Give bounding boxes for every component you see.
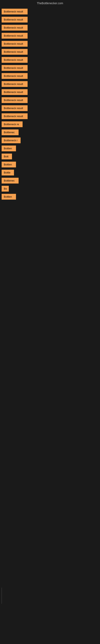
bottleneck-result-badge[interactable]: Bottlenec bbox=[1, 178, 19, 184]
list-item: Bottlen bbox=[0, 160, 100, 168]
site-title: TheBottlenecker.com bbox=[0, 0, 100, 6]
list-item: Bottleneck result bbox=[0, 48, 100, 56]
list-item: Bottleneck re bbox=[0, 120, 100, 128]
list-item: Bottleneck result bbox=[0, 80, 100, 88]
list-item: Bottleneck r bbox=[0, 136, 100, 144]
list-item: Bottleneck result bbox=[0, 56, 100, 64]
bottleneck-result-badge[interactable]: Bottle bbox=[1, 170, 14, 176]
list-item: Bottlen bbox=[0, 193, 100, 200]
bottleneck-result-badge[interactable]: Bottleneck result bbox=[1, 9, 28, 14]
bottleneck-result-badge[interactable]: Bottleneck result bbox=[1, 49, 28, 55]
bottleneck-result-badge[interactable]: Bottlen bbox=[1, 162, 16, 168]
bottleneck-result-badge[interactable]: Bottlen bbox=[1, 146, 16, 151]
bottleneck-result-badge[interactable]: Bottleneck result bbox=[1, 33, 28, 39]
bottleneck-result-badge[interactable]: Bottleneck result bbox=[1, 25, 28, 30]
list-item: Bottleneck result bbox=[0, 72, 100, 80]
list-item: Bottle bbox=[0, 169, 100, 176]
bottleneck-result-badge[interactable]: Bo bbox=[1, 186, 9, 192]
bottleneck-result-badge[interactable]: Bottleneck result bbox=[1, 57, 28, 63]
list-item: Bottleneck result bbox=[0, 16, 100, 23]
bottleneck-result-badge[interactable]: Bottleneck result bbox=[1, 65, 28, 71]
bottleneck-result-badge[interactable]: Bottleneck result bbox=[1, 73, 28, 79]
bottleneck-result-badge[interactable]: Bott bbox=[1, 154, 12, 160]
bottleneck-result-badge[interactable]: Bottleneck r bbox=[1, 138, 21, 143]
list-item: Bottlenec bbox=[0, 128, 100, 136]
bottleneck-result-badge[interactable]: Bottleneck result bbox=[1, 17, 28, 22]
bottleneck-result-badge[interactable]: Bottleneck result bbox=[1, 105, 28, 111]
list-item: Bottleneck result bbox=[0, 40, 100, 48]
list-item: Bo bbox=[0, 185, 100, 192]
list-item: Bottleneck result bbox=[0, 32, 100, 40]
bottleneck-result-badge[interactable]: Bottlen bbox=[1, 194, 16, 200]
vertical-line-decoration bbox=[1, 588, 2, 604]
list-item: Bottleneck result bbox=[0, 88, 100, 96]
list-item: Bottlenec bbox=[0, 177, 100, 184]
list-item: Bottleneck result bbox=[0, 8, 100, 15]
list-item: Bottleneck result bbox=[0, 64, 100, 72]
bottleneck-result-badge[interactable]: Bottleneck re bbox=[1, 121, 23, 127]
list-item: Bottlen bbox=[0, 144, 100, 152]
bottleneck-result-badge[interactable]: Bottleneck result bbox=[1, 41, 28, 47]
items-container: Bottleneck resultBottleneck resultBottle… bbox=[0, 6, 100, 202]
list-item: Bottleneck result bbox=[0, 112, 100, 120]
list-item: Bott bbox=[0, 152, 100, 160]
list-item: Bottleneck result bbox=[0, 96, 100, 104]
bottleneck-result-badge[interactable]: Bottleneck result bbox=[1, 89, 28, 95]
site-title-text: TheBottlenecker.com bbox=[37, 2, 63, 5]
list-item: Bottleneck result bbox=[0, 24, 100, 32]
bottleneck-result-badge[interactable]: Bottlenec bbox=[1, 130, 19, 135]
list-item: Bottleneck result bbox=[0, 104, 100, 112]
bottleneck-result-badge[interactable]: Bottleneck result bbox=[1, 81, 28, 87]
bottleneck-result-badge[interactable]: Bottleneck result bbox=[1, 113, 28, 119]
bottleneck-result-badge[interactable]: Bottleneck result bbox=[1, 97, 28, 103]
